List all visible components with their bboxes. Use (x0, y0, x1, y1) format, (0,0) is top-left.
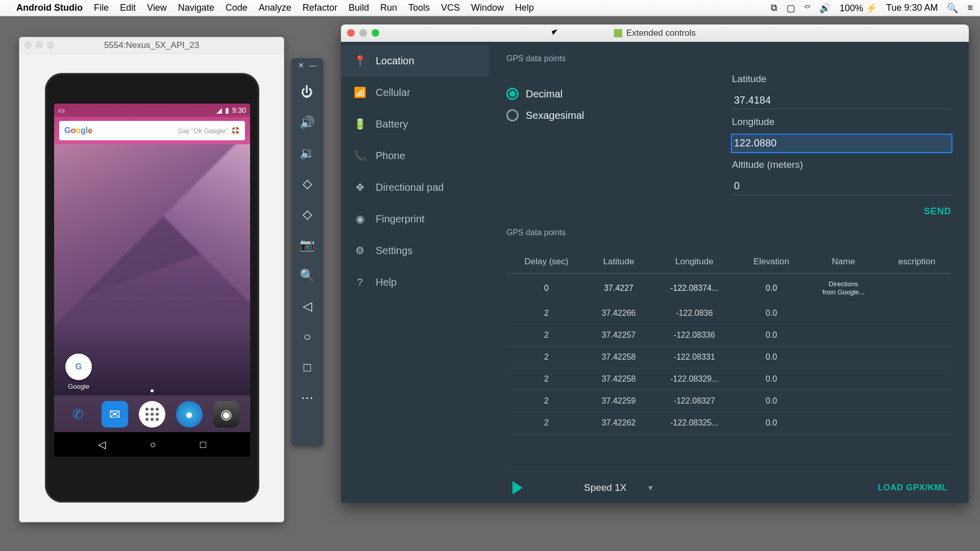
radio-sexagesimal-label: Sexagesimal (526, 110, 584, 121)
column-header[interactable]: Elevation (738, 251, 805, 273)
menu-vcs[interactable]: VCS (441, 3, 460, 13)
menu-run[interactable]: Run (380, 3, 397, 13)
toolbar-minimize-icon[interactable]: — (309, 61, 316, 69)
menu-help[interactable]: Help (515, 3, 534, 13)
zoom-in-icon[interactable]: 🔍 (297, 265, 317, 286)
table-row[interactable]: 237.42266-122.08360.0 (506, 303, 951, 324)
home-button[interactable]: ○ (150, 439, 156, 450)
maximize-icon[interactable] (372, 29, 379, 37)
radio-sexagesimal[interactable]: Sexagesimal (506, 109, 584, 121)
phone-app-icon[interactable]: ✆ (65, 401, 91, 428)
extended-titlebar[interactable]: Extended controls (341, 24, 969, 42)
camera-app-icon[interactable]: ◉ (213, 401, 239, 428)
menubar-clock[interactable]: Tue 9:30 AM (886, 3, 938, 13)
sidebar-item-cellular[interactable]: 📶Cellular (341, 77, 489, 108)
overview-icon[interactable]: □ (297, 357, 317, 378)
app-drawer-icon[interactable] (139, 401, 165, 428)
sidebar-item-help[interactable]: ?Help (341, 266, 489, 298)
back-button[interactable]: ◁ (98, 438, 106, 450)
radio-decimal[interactable]: Decimal (506, 88, 584, 100)
battery-status[interactable]: 100% ⚡ (840, 3, 877, 14)
menu-tools[interactable]: Tools (408, 3, 430, 13)
sidebar-item-battery[interactable]: 🔋Battery (341, 108, 489, 140)
table-cell: 0 (506, 273, 586, 303)
table-row[interactable]: 237.42258-122.083310.0 (506, 346, 951, 368)
toolbar-close-icon[interactable]: ✕ (298, 61, 304, 69)
playback-bar: Speed 1X ▼ LOAD GPX/KML (506, 471, 951, 503)
menu-file[interactable]: File (94, 3, 109, 13)
sidebar-item-settings[interactable]: ⚙Settings (341, 235, 489, 266)
minimize-icon[interactable] (359, 29, 367, 37)
app-title[interactable]: Android Studio (16, 3, 83, 13)
volume-down-icon[interactable]: 🔉 (297, 143, 317, 163)
table-cell: 0.0 (738, 412, 805, 434)
home-icon[interactable]: ○ (297, 327, 317, 347)
altitude-input[interactable] (732, 178, 951, 195)
column-header[interactable]: Delay (sec) (506, 251, 586, 273)
table-row[interactable]: 237.42257-122.083360.0 (506, 324, 951, 346)
menu-code[interactable]: Code (226, 3, 248, 13)
column-header[interactable]: Longitude (651, 251, 738, 273)
back-icon[interactable]: ◁ (297, 296, 317, 316)
minimize-icon[interactable] (36, 41, 43, 48)
google-app-icon[interactable]: G (65, 354, 92, 380)
table-row[interactable]: 037.4227-122.08374...0.0Directionsfrom G… (506, 273, 951, 303)
sidebar-item-location[interactable]: 📍Location (341, 45, 489, 77)
table-cell: 0.0 (738, 368, 805, 390)
menu-window[interactable]: Window (471, 3, 504, 13)
column-header[interactable]: escription (882, 251, 951, 273)
wifi-icon[interactable]: ⌔ (804, 3, 810, 13)
more-icon[interactable]: ⋯ (297, 388, 317, 408)
table-row[interactable]: 237.42262-122.08325...0.0 (506, 412, 951, 434)
power-icon[interactable]: ⏻ (297, 82, 317, 102)
load-gpx-button[interactable]: LOAD GPX/KML (878, 483, 947, 493)
google-search-bar[interactable]: Google Say "Ok Google" (59, 121, 245, 140)
table-cell: 37.42257 (586, 324, 651, 346)
speed-label: Speed 1X (584, 482, 626, 493)
close-icon[interactable] (347, 29, 355, 37)
menu-navigate[interactable]: Navigate (178, 3, 214, 13)
longitude-input[interactable] (732, 135, 951, 152)
spotlight-icon[interactable]: 🔍 (947, 3, 958, 14)
table-cell: 2 (506, 412, 586, 434)
latitude-input[interactable] (732, 92, 951, 109)
latitude-label: Latitude (732, 73, 951, 85)
table-cell (882, 303, 951, 324)
sidebar-item-directional-pad[interactable]: ✥Directional pad (341, 171, 489, 203)
phone-screen[interactable]: ▭ ◢ ▮ 9:30 Google Say "Ok Google" G Goog… (54, 104, 250, 457)
table-cell (882, 412, 951, 434)
menu-icon[interactable]: ≡ (967, 3, 973, 13)
speed-select[interactable]: Speed 1X ▼ (584, 482, 654, 493)
zoom-icon[interactable] (47, 41, 54, 48)
play-button[interactable] (512, 481, 523, 494)
sidebar-item-phone[interactable]: 📞Phone (341, 140, 489, 171)
sidebar-item-fingerprint[interactable]: ◉Fingerprint (341, 203, 489, 235)
column-header[interactable]: Latitude (586, 251, 651, 273)
volume-up-icon[interactable]: 🔊 (297, 112, 317, 133)
mic-icon[interactable] (232, 127, 240, 135)
camera-icon[interactable]: 📷 (297, 235, 317, 255)
airplay-icon[interactable]: ▢ (787, 3, 795, 14)
emulator-titlebar[interactable]: 5554:Nexus_5X_API_23 (19, 37, 284, 54)
table-row[interactable]: 237.42259-122.083270.0 (506, 390, 951, 412)
table-cell: 2 (506, 346, 586, 368)
table-row[interactable]: 237.42258-122.08329...0.0 (506, 368, 951, 390)
menu-edit[interactable]: Edit (120, 3, 136, 13)
sidebar-item-label: Phone (376, 150, 405, 162)
sim-icon: ▭ (58, 106, 65, 114)
rotate-left-icon[interactable]: ◇ (297, 173, 317, 194)
messages-app-icon[interactable]: ✉ (102, 401, 128, 428)
menu-build[interactable]: Build (349, 3, 369, 13)
volume-icon[interactable]: 🔊 (819, 3, 830, 14)
screen-share-icon[interactable]: ⧉ (771, 3, 777, 13)
close-icon[interactable] (24, 41, 32, 48)
menu-view[interactable]: View (147, 3, 167, 13)
send-button[interactable]: SEND (924, 206, 951, 217)
radio-decimal-label: Decimal (526, 88, 562, 100)
menu-refactor[interactable]: Refactor (303, 3, 337, 13)
browser-app-icon[interactable]: ● (176, 401, 203, 428)
overview-button[interactable]: □ (200, 439, 206, 450)
column-header[interactable]: Name (805, 251, 882, 273)
menu-analyze[interactable]: Analyze (259, 3, 291, 13)
rotate-right-icon[interactable]: ◇ (297, 204, 317, 224)
